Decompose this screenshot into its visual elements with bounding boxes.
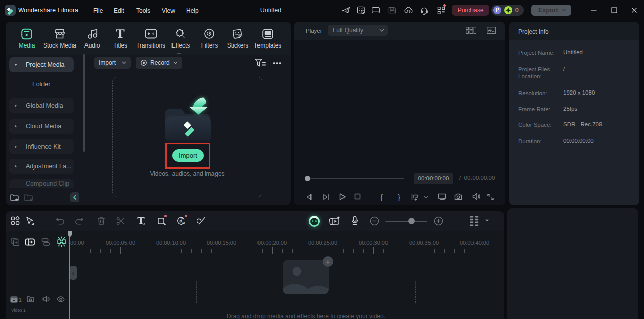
svg-text:AI: AI (182, 222, 185, 225)
